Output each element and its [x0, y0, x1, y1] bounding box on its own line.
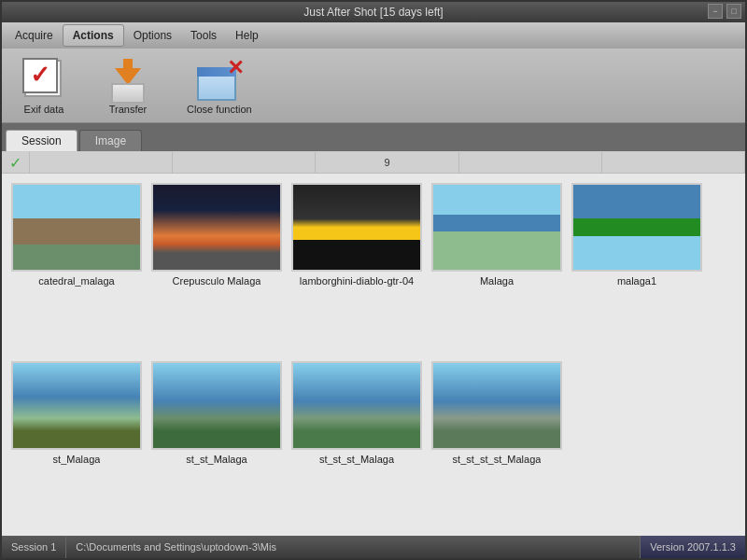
close-function-label: Close function	[187, 104, 252, 115]
thumb-item-st-st-st-malaga[interactable]: st_st_st_Malaga	[291, 361, 422, 530]
title-bar-controls: − □	[708, 4, 741, 19]
menu-tools[interactable]: Tools	[181, 25, 226, 46]
thumb-label-lamborghini-diablo-gtr-04: lamborghini-diablo-gtr-04	[300, 275, 414, 287]
tabs-area: Session Image	[2, 123, 745, 151]
thumb-image-st-st-malaga	[151, 361, 282, 450]
close-function-icon: ✕	[197, 57, 242, 102]
status-session: Session 1	[2, 536, 66, 558]
thumb-image-catedral-malaga	[11, 183, 142, 272]
status-path: C:\Documents and Settings\uptodown-3\Mis	[66, 536, 641, 558]
col-header-3: 9	[316, 152, 458, 173]
thumb-image-malaga	[431, 183, 562, 272]
thumbnails-grid: catedral_malagaCrepusculo Malagalamborgh…	[2, 174, 745, 539]
green-checkmark: ✓	[9, 154, 21, 172]
main-content: ✓ 9 catedral_malagaCrepusculo Malagalamb…	[2, 151, 745, 539]
thumb-item-crepusculo-malaga[interactable]: Crepusculo Malaga	[151, 183, 282, 352]
thumb-image-st-st-st-st-malaga	[431, 361, 562, 450]
status-bar: Session 1 C:\Documents and Settings\upto…	[2, 536, 745, 558]
thumb-label-st-malaga: st_Malaga	[53, 454, 101, 465]
thumb-label-crepusculo-malaga: Crepusculo Malaga	[173, 275, 261, 287]
thumb-item-malaga1[interactable]: malaga1	[571, 183, 702, 352]
thumb-item-st-malaga[interactable]: st_Malaga	[11, 361, 142, 530]
maximize-button[interactable]: □	[726, 4, 741, 19]
transfer-icon	[106, 57, 150, 102]
window-title: Just After Shot [15 days left]	[303, 6, 443, 19]
toolbar: ✓ ✓ Exif data Transfer	[2, 49, 745, 123]
col-headers: ✓ 9	[2, 151, 745, 174]
thumb-label-st-st-st-st-malaga: st_st_st_st_Malaga	[453, 454, 542, 465]
transfer-button[interactable]: Transfer	[95, 53, 161, 119]
thumb-image-malaga1	[571, 183, 702, 272]
tab-image[interactable]: Image	[79, 130, 142, 151]
thumb-label-malaga1: malaga1	[617, 275, 656, 287]
exif-icon: ✓ ✓	[21, 57, 66, 102]
thumb-item-st-st-st-st-malaga[interactable]: st_st_st_st_Malaga	[431, 361, 562, 530]
check-header: ✓	[2, 152, 30, 173]
exif-data-label: Exif data	[24, 104, 64, 115]
tab-session[interactable]: Session	[6, 130, 78, 151]
menu-bar: Acquire Actions Options Tools Help	[2, 22, 745, 49]
thumb-image-st-malaga	[11, 361, 142, 450]
transfer-label: Transfer	[109, 104, 148, 115]
menu-acquire[interactable]: Acquire	[6, 25, 63, 46]
thumb-label-catedral-malaga: catedral_malaga	[38, 275, 114, 287]
menu-help[interactable]: Help	[226, 25, 268, 46]
thumb-item-malaga[interactable]: Malaga	[431, 183, 562, 352]
thumb-image-st-st-st-malaga	[291, 361, 422, 450]
close-function-button[interactable]: ✕ Close function	[179, 53, 260, 119]
thumb-item-st-st-malaga[interactable]: st_st_Malaga	[151, 361, 282, 530]
title-bar: Just After Shot [15 days left] − □	[2, 2, 745, 22]
minimize-button[interactable]: −	[708, 4, 723, 19]
thumb-label-st-st-st-malaga: st_st_st_Malaga	[319, 454, 394, 465]
thumb-item-lamborghini-diablo-gtr-04[interactable]: lamborghini-diablo-gtr-04	[291, 183, 422, 352]
col-header-5	[602, 152, 745, 173]
thumb-image-crepusculo-malaga	[151, 183, 282, 272]
menu-actions[interactable]: Actions	[63, 24, 124, 47]
col-header-2	[173, 152, 316, 173]
col-header-1	[30, 152, 173, 173]
col-header-4	[459, 152, 602, 173]
exif-data-button[interactable]: ✓ ✓ Exif data	[11, 53, 77, 119]
thumb-label-malaga: Malaga	[480, 275, 514, 287]
thumb-image-lamborghini-diablo-gtr-04	[291, 183, 422, 272]
thumb-label-st-st-malaga: st_st_Malaga	[186, 454, 247, 465]
thumb-item-catedral-malaga[interactable]: catedral_malaga	[11, 183, 142, 352]
status-version: Version 2007.1.1.3	[641, 536, 745, 558]
menu-options[interactable]: Options	[124, 25, 181, 46]
